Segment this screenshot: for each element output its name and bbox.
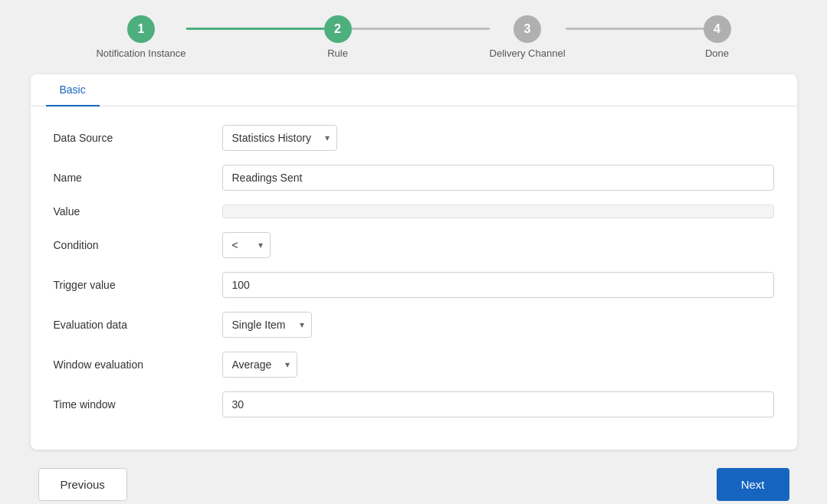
step-1-number: 1 [138, 22, 145, 36]
value-row: Value [54, 205, 774, 218]
step-4: 4 Done [704, 15, 731, 59]
condition-select-wrapper: < <= > >= = [222, 232, 271, 258]
window-evaluation-select-wrapper: Average Sum Min Max [222, 352, 297, 378]
step-3-number: 3 [524, 22, 531, 36]
data-source-control: Statistics History [222, 125, 774, 151]
data-source-label: Data Source [54, 132, 222, 144]
step-2-number: 2 [334, 22, 341, 36]
step-1: 1 Notification Instance [96, 15, 185, 59]
step-1-circle: 1 [127, 15, 155, 43]
stepper: 1 Notification Instance 2 Rule 3 Deliver… [0, 0, 827, 67]
time-window-label: Time window [54, 398, 222, 411]
step-3-circle: 3 [514, 15, 541, 43]
time-window-input[interactable] [222, 391, 774, 417]
name-row: Name [54, 165, 774, 191]
step-3: 3 Delivery Channel [490, 15, 566, 59]
evaluation-data-row: Evaluation data Single Item Window [54, 312, 774, 338]
tab-basic[interactable]: Basic [46, 74, 100, 106]
evaluation-data-select[interactable]: Single Item Window [222, 312, 312, 338]
data-source-select[interactable]: Statistics History [222, 125, 337, 151]
form-area: Data Source Statistics History Name Valu… [31, 106, 797, 450]
trigger-value-row: Trigger value [54, 272, 774, 298]
next-button[interactable]: Next [717, 468, 789, 501]
step-3-label: Delivery Channel [490, 47, 566, 59]
bottom-nav: Previous Next [31, 468, 797, 501]
step-connector-1 [186, 28, 324, 30]
value-disabled-input [222, 205, 774, 218]
main-card: Basic Data Source Statistics History Nam… [31, 74, 797, 450]
step-2-label: Rule [327, 47, 348, 59]
tab-bar: Basic [31, 74, 797, 106]
condition-select[interactable]: < <= > >= = [222, 232, 271, 258]
window-evaluation-control: Average Sum Min Max [222, 352, 774, 378]
time-window-row: Time window [54, 391, 774, 417]
step-4-number: 4 [714, 22, 720, 36]
condition-row: Condition < <= > >= = [54, 232, 774, 258]
step-4-label: Done [705, 47, 729, 59]
step-4-circle: 4 [704, 15, 731, 43]
evaluation-data-control: Single Item Window [222, 312, 774, 338]
trigger-value-control [222, 272, 774, 298]
trigger-value-label: Trigger value [54, 279, 222, 291]
window-evaluation-label: Window evaluation [54, 358, 222, 371]
name-input[interactable] [222, 165, 774, 191]
window-evaluation-row: Window evaluation Average Sum Min Max [54, 352, 774, 378]
previous-button[interactable]: Previous [38, 468, 127, 501]
step-connector-2 [352, 28, 490, 30]
name-control [222, 165, 774, 191]
step-2-circle: 2 [324, 15, 352, 43]
name-label: Name [54, 172, 222, 184]
value-label: Value [54, 205, 222, 218]
condition-control: < <= > >= = [222, 232, 774, 258]
step-2: 2 Rule [324, 15, 352, 59]
step-1-label: Notification Instance [96, 47, 185, 59]
value-control [222, 205, 774, 218]
trigger-value-input[interactable] [222, 272, 774, 298]
window-evaluation-select[interactable]: Average Sum Min Max [222, 352, 297, 378]
step-connector-3 [566, 28, 704, 30]
evaluation-data-label: Evaluation data [54, 319, 222, 331]
data-source-row: Data Source Statistics History [54, 125, 774, 151]
data-source-select-wrapper: Statistics History [222, 125, 337, 151]
condition-label: Condition [54, 239, 222, 251]
evaluation-data-select-wrapper: Single Item Window [222, 312, 312, 338]
time-window-control [222, 391, 774, 417]
